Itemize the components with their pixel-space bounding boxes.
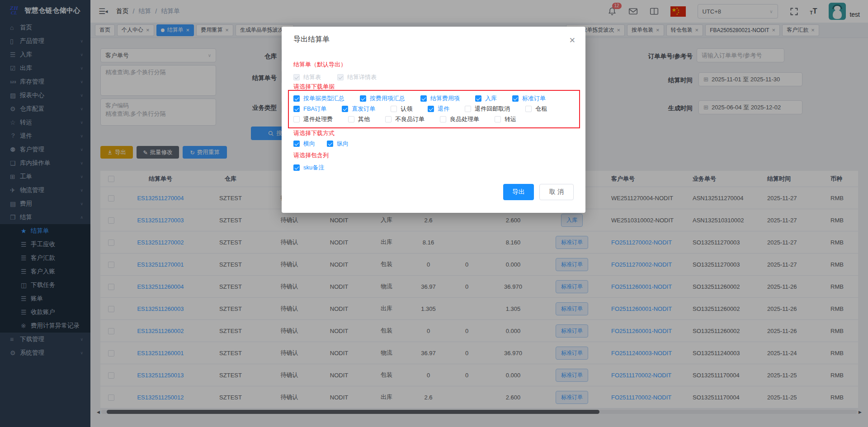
dialog-title: 导出结算单	[282, 27, 585, 44]
close-icon[interactable]: ✕	[569, 36, 576, 45]
checkbox-仓租[interactable]: 仓租	[525, 105, 547, 113]
checkbox-box-icon	[525, 106, 532, 112]
checkbox-box-icon	[385, 116, 392, 122]
checkbox-box-icon	[440, 116, 446, 122]
checkbox-转运[interactable]: 转运	[495, 115, 516, 123]
checkbox-退件回邮取消[interactable]: 退件回邮取消	[465, 105, 510, 113]
doc-options-group: 按单据类型汇总按费用项汇总结算费用项入库标准订单FBA订单直发订单认领退件退件回…	[288, 90, 580, 128]
checkbox-box-icon	[495, 116, 501, 122]
dialog-body: 结算单（默认导出） 结算表结算详情表 请选择下载单据 按单据类型汇总按费用项汇总…	[282, 44, 585, 172]
checkbox-其他[interactable]: 其他	[348, 115, 370, 123]
checkbox-box-icon	[475, 95, 481, 102]
checkbox-横向[interactable]: 横向	[293, 140, 315, 148]
checkbox-FBA订单[interactable]: FBA订单	[293, 105, 326, 113]
default-options-row: 结算表结算详情表	[293, 73, 574, 82]
checkbox-box-icon	[428, 106, 434, 112]
checkbox-box-icon	[293, 116, 300, 122]
checkbox-box-icon	[293, 106, 300, 112]
checkbox-良品处理单[interactable]: 良品处理单	[440, 115, 479, 123]
checkbox-box-icon	[293, 95, 300, 102]
checkbox-不良品订单[interactable]: 不良品订单	[385, 115, 425, 123]
checkbox-认领[interactable]: 认领	[391, 105, 412, 113]
checkbox-box-icon	[327, 141, 333, 147]
checkbox-结算详情表: 结算详情表	[337, 73, 377, 81]
column-options-row: sku备注	[293, 163, 574, 172]
section-default-label: 结算单（默认导出）	[293, 61, 574, 69]
checkbox-box-icon	[465, 106, 471, 112]
checkbox-box-icon	[342, 106, 348, 112]
checkbox-sku备注[interactable]: sku备注	[293, 164, 324, 172]
export-dialog: 导出结算单 ✕ 结算单（默认导出） 结算表结算详情表 请选择下载单据 按单据类型…	[282, 27, 585, 213]
section-layout-label: 请选择下载方式	[293, 129, 574, 137]
checkbox-标准订单[interactable]: 标准订单	[512, 94, 546, 103]
checkbox-box-icon	[293, 74, 300, 80]
section-columns-label: 请选择包含列	[293, 151, 574, 160]
doc-options-row: 退件处理费其他不良品订单良品处理单转运	[293, 114, 575, 124]
checkbox-纵向[interactable]: 纵向	[327, 140, 349, 148]
checkbox-box-icon	[420, 95, 427, 102]
checkbox-box-icon	[293, 164, 300, 171]
checkbox-box-icon	[337, 74, 344, 80]
layout-options-row: 横向纵向	[293, 139, 574, 148]
checkbox-按单据类型汇总[interactable]: 按单据类型汇总	[293, 94, 344, 103]
dialog-export-button[interactable]: 导出	[503, 184, 534, 200]
checkbox-box-icon	[293, 141, 300, 147]
checkbox-box-icon	[512, 95, 519, 102]
checkbox-结算表: 结算表	[293, 73, 321, 81]
checkbox-box-icon	[360, 95, 366, 102]
checkbox-按费用项汇总[interactable]: 按费用项汇总	[360, 94, 405, 103]
checkbox-退件[interactable]: 退件	[428, 105, 449, 113]
checkbox-结算费用项[interactable]: 结算费用项	[420, 94, 460, 103]
checkbox-退件处理费[interactable]: 退件处理费	[293, 115, 333, 123]
checkbox-直发订单[interactable]: 直发订单	[342, 105, 375, 113]
checkbox-入库[interactable]: 入库	[475, 94, 497, 103]
doc-options-row: 按单据类型汇总按费用项汇总结算费用项入库标准订单	[293, 93, 575, 103]
dialog-footer: 导出 取 消	[282, 172, 585, 200]
doc-options-row: FBA订单直发订单认领退件退件回邮取消仓租	[293, 103, 575, 114]
dialog-cancel-button[interactable]: 取 消	[539, 184, 574, 200]
checkbox-box-icon	[391, 106, 397, 112]
app-root: ZH CL 智慧仓链仓储中心 ⌂首页▯产品管理∨☰入库∨☑出库∨123库存管理∨…	[0, 0, 868, 427]
checkbox-box-icon	[348, 116, 354, 122]
